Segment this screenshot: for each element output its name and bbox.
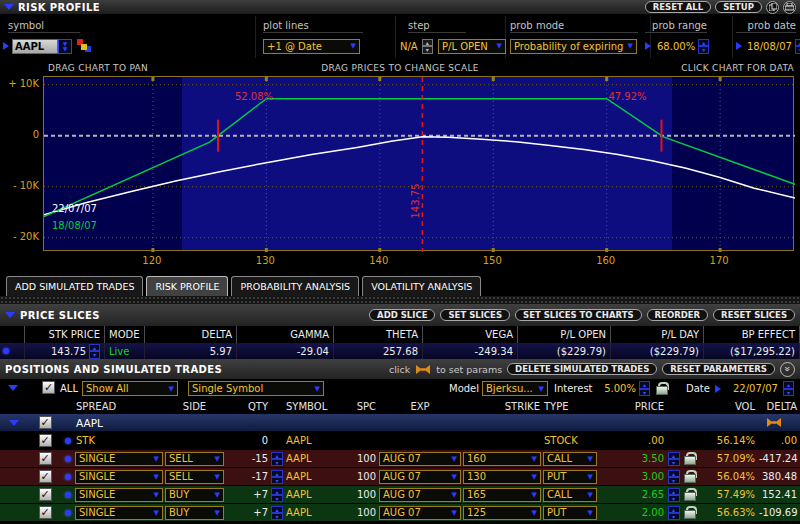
row-checkbox[interactable]: ✓: [39, 470, 52, 483]
price-lock-icon[interactable]: [684, 452, 694, 465]
collapse-section-icon[interactable]: [4, 4, 14, 10]
price-value: 2.65: [598, 489, 666, 500]
symbol-group-row[interactable]: ✓ AAPL: [0, 414, 800, 432]
slice-bp-effect: ($17,295.22): [704, 343, 800, 359]
collapse-group-icon[interactable]: [9, 420, 19, 426]
print-icon[interactable]: [783, 1, 796, 14]
side-dropdown[interactable]: SELL▼: [165, 470, 224, 484]
add-slice-button[interactable]: ADD SLICE: [369, 309, 435, 321]
exp-dropdown[interactable]: AUG 07▼: [379, 488, 461, 502]
row-checkbox[interactable]: ✓: [39, 488, 52, 501]
price-slice-row[interactable]: 143.75 ▴▾ Live 5.97 -29.04 257.68 -249.3…: [0, 343, 800, 359]
quantity-stepper[interactable]: ▴▾: [271, 506, 283, 520]
exp-dropdown[interactable]: AUG 07▼: [379, 506, 461, 520]
price-stepper[interactable]: ▴▾: [668, 452, 680, 466]
slice-price-stepper[interactable]: ▴▾: [89, 344, 100, 359]
show-filter-dropdown[interactable]: Show All▼: [82, 381, 178, 396]
model-dropdown[interactable]: Bjerksu...▼: [482, 381, 548, 396]
date-stepper[interactable]: ▴▾: [783, 381, 794, 396]
symbol-dropdown-icon[interactable]: ▼▼: [58, 39, 72, 54]
date-value: 22/07/07: [733, 383, 778, 394]
reset-parameters-button[interactable]: RESET PARAMETERS: [662, 363, 775, 375]
all-checkbox[interactable]: ✓: [42, 381, 55, 394]
reset-slices-button[interactable]: RESET SLICES: [713, 309, 795, 321]
price-slices-title: PRICE SLICES: [20, 310, 100, 321]
plot-area[interactable]: 22/07/07 18/08/07 52.08% 47.92% 143.75: [43, 76, 794, 251]
group-set-params-wrench-icon[interactable]: [766, 418, 782, 427]
texture-divider: [0, 296, 800, 304]
set-slices-to-charts-button[interactable]: SET SLICES TO CHARTS: [515, 309, 642, 321]
reset-all-button[interactable]: RESET ALL: [645, 1, 711, 13]
date-expander-icon[interactable]: [715, 385, 721, 393]
tab-volatility-analysis[interactable]: VOLATILITY ANALYSIS: [362, 276, 481, 296]
plot-lines-dropdown[interactable]: +1 @ Date▼: [263, 39, 360, 54]
reorder-button[interactable]: REORDER: [647, 309, 709, 321]
tab-probability-analysis[interactable]: PROBABILITY ANALYSIS: [231, 276, 359, 296]
strike-dropdown[interactable]: 130▼: [463, 470, 541, 484]
setup-button[interactable]: SETUP: [715, 1, 762, 13]
stock-row[interactable]: ✓ STK 0 AAPL STOCK .00 56.14% .00: [0, 432, 800, 450]
symbol-expander-icon[interactable]: [3, 42, 9, 50]
collapse-positions-icon[interactable]: [8, 385, 18, 391]
option-position-row[interactable]: ✓ SINGLE▼ SELL▼ -15 ▴▾ AAPL 100 AUG 07▼ …: [0, 450, 800, 468]
interest-lock-icon[interactable]: [656, 382, 666, 395]
type-dropdown[interactable]: CALL▼: [543, 452, 597, 466]
option-position-row[interactable]: ✓ SINGLE▼ SELL▼ -17 ▴▾ AAPL 100 AUG 07▼ …: [0, 468, 800, 486]
prob-range-expander-icon[interactable]: [645, 42, 651, 50]
delete-simulated-trades-button[interactable]: DELETE SIMULATED TRADES: [507, 363, 657, 375]
prob-date-stepper[interactable]: ▴▾: [795, 39, 800, 54]
quantity-stepper[interactable]: ▴▾: [271, 470, 283, 484]
row-checkbox[interactable]: ✓: [39, 452, 52, 465]
spread-dropdown[interactable]: SINGLE▼: [75, 506, 163, 520]
strike-dropdown[interactable]: 165▼: [463, 488, 541, 502]
side-dropdown[interactable]: BUY▼: [165, 506, 224, 520]
option-position-row[interactable]: ✓ SINGLE▼ BUY▼ +7 ▴▾ AAPL 100 AUG 07▼ 16…: [0, 486, 800, 504]
set-slices-button[interactable]: SET SLICES: [440, 309, 510, 321]
price-marker-label: 143.75: [410, 179, 422, 223]
slice-mode[interactable]: Live: [105, 343, 145, 359]
side-dropdown[interactable]: BUY▼: [165, 488, 224, 502]
price-stepper[interactable]: ▴▾: [668, 506, 680, 520]
tab-add-simulated-trades[interactable]: ADD SIMULATED TRADES: [6, 276, 143, 296]
prob-mode-dropdown[interactable]: Probability of expiring▼: [510, 39, 637, 54]
price-lock-icon[interactable]: [684, 488, 694, 501]
interest-stepper[interactable]: ▴▾: [639, 381, 650, 396]
exp-dropdown[interactable]: AUG 07▼: [379, 452, 461, 466]
option-position-row[interactable]: ✓ SINGLE▼ BUY▼ +7 ▴▾ AAPL 100 AUG 07▼ 12…: [0, 504, 800, 522]
price-lock-icon[interactable]: [684, 470, 694, 483]
tab-risk-profile[interactable]: RISK PROFILE: [146, 276, 228, 296]
link-layers-icon[interactable]: [77, 39, 92, 53]
strike-dropdown[interactable]: 160▼: [463, 452, 541, 466]
symbol-scope-dropdown[interactable]: Single Symbol▼: [188, 381, 324, 396]
risk-profile-chart[interactable]: DRAG CHART TO PAN DRAG PRICES TO CHANGE …: [0, 60, 800, 276]
group-checkbox[interactable]: ✓: [39, 416, 52, 429]
row-checkbox[interactable]: ✓: [39, 434, 52, 447]
row-checkbox[interactable]: ✓: [39, 506, 52, 519]
collapse-slices-icon[interactable]: [5, 312, 15, 318]
col-stk-price: STK PRICE: [25, 326, 105, 343]
symbol-input[interactable]: [12, 39, 58, 54]
expand-all-icon[interactable]: »: [780, 362, 795, 377]
type-dropdown[interactable]: CALL▼: [543, 488, 597, 502]
strike-dropdown[interactable]: 125▼: [463, 506, 541, 520]
step-stepper[interactable]: ▴▾: [422, 39, 433, 54]
type-dropdown[interactable]: PUT▼: [543, 506, 597, 520]
positions-header: SPREAD SIDE QTY SYMBOL SPC EXP STRIKE TY…: [0, 399, 800, 414]
spread-dropdown[interactable]: SINGLE▼: [75, 452, 163, 466]
spread-dropdown[interactable]: SINGLE▼: [75, 488, 163, 502]
click-text: click: [389, 364, 410, 375]
prob-date-expander-icon[interactable]: [736, 42, 742, 50]
exp-dropdown[interactable]: AUG 07▼: [379, 470, 461, 484]
copy-icon[interactable]: [766, 1, 779, 14]
spread-dropdown[interactable]: SINGLE▼: [75, 470, 163, 484]
pl-mode-dropdown[interactable]: P/L OPEN▼: [438, 39, 506, 54]
prob-range-stepper[interactable]: ▴▾: [698, 39, 709, 54]
type-dropdown[interactable]: PUT▼: [543, 470, 597, 484]
quantity-stepper[interactable]: ▴▾: [271, 452, 283, 466]
price-lock-icon[interactable]: [684, 506, 694, 519]
price-stepper[interactable]: ▴▾: [668, 488, 680, 502]
side-dropdown[interactable]: SELL▼: [165, 452, 224, 466]
col-exp: EXP: [378, 401, 462, 412]
quantity-stepper[interactable]: ▴▾: [271, 488, 283, 502]
price-stepper[interactable]: ▴▾: [668, 470, 680, 484]
